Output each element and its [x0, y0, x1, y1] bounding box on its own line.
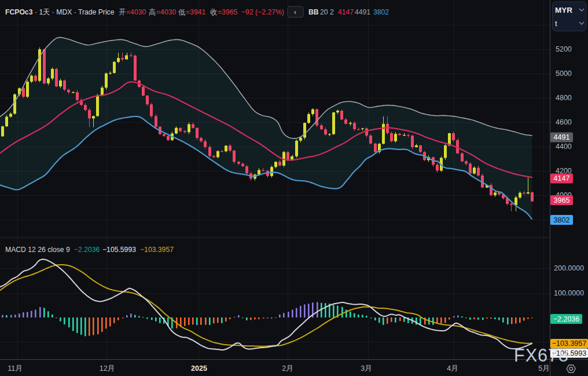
svg-text:低: 低 [178, 8, 186, 16]
svg-text:3965: 3965 [554, 196, 570, 205]
svg-text:11月: 11月 [8, 364, 22, 373]
svg-text:高: 高 [149, 8, 156, 16]
svg-text:−2.2036: −2.2036 [74, 246, 100, 254]
svg-text:4491: 4491 [355, 8, 370, 16]
svg-text:开: 开 [119, 8, 126, 16]
svg-text:2月: 2月 [282, 364, 293, 373]
svg-text:4491: 4491 [554, 133, 570, 141]
svg-text:2025: 2025 [191, 364, 207, 373]
svg-text:3802: 3802 [554, 216, 570, 224]
svg-text:−92 (−2.27%): −92 (−2.27%) [241, 8, 284, 16]
svg-text:3802: 3802 [373, 8, 389, 16]
svg-text:12月: 12月 [100, 364, 115, 373]
svg-text:5200: 5200 [556, 45, 572, 53]
svg-text:MYR: MYR [555, 6, 572, 14]
svg-text:收: 收 [210, 8, 217, 16]
svg-text:=4030: =4030 [126, 8, 146, 16]
svg-text:· 1天 · MDX · Trade Price: · 1天 · MDX · Trade Price [35, 8, 115, 16]
svg-text:4800: 4800 [556, 94, 572, 102]
svg-text:20 2: 20 2 [320, 8, 334, 16]
svg-text:t: t [555, 19, 557, 28]
svg-text:FCPOc3: FCPOc3 [5, 8, 33, 16]
svg-text:3月: 3月 [361, 364, 372, 373]
svg-text:−2.2036: −2.2036 [553, 315, 580, 323]
svg-text:4600: 4600 [556, 118, 572, 126]
svg-text:−103.3957: −103.3957 [140, 246, 174, 254]
svg-text:‹: ‹ [294, 8, 296, 16]
svg-text:FX678: FX678 [514, 345, 569, 365]
svg-text:4147: 4147 [554, 174, 570, 182]
svg-text:=3965: =3965 [218, 8, 237, 16]
svg-text:4147: 4147 [338, 8, 354, 16]
svg-text:5000: 5000 [556, 70, 572, 78]
svg-text:100.0000: 100.0000 [554, 289, 584, 297]
svg-text:=4030: =4030 [156, 8, 176, 16]
svg-text:200.0000: 200.0000 [554, 264, 584, 272]
svg-text:MACD 12 26 close 9: MACD 12 26 close 9 [5, 246, 70, 254]
svg-text:=3941: =3941 [186, 8, 205, 16]
svg-text:BB: BB [308, 8, 319, 16]
svg-text:5月: 5月 [538, 364, 549, 373]
svg-text:4400: 4400 [556, 143, 572, 151]
svg-text:4月: 4月 [447, 364, 458, 373]
svg-text:−105.5993: −105.5993 [102, 246, 136, 254]
